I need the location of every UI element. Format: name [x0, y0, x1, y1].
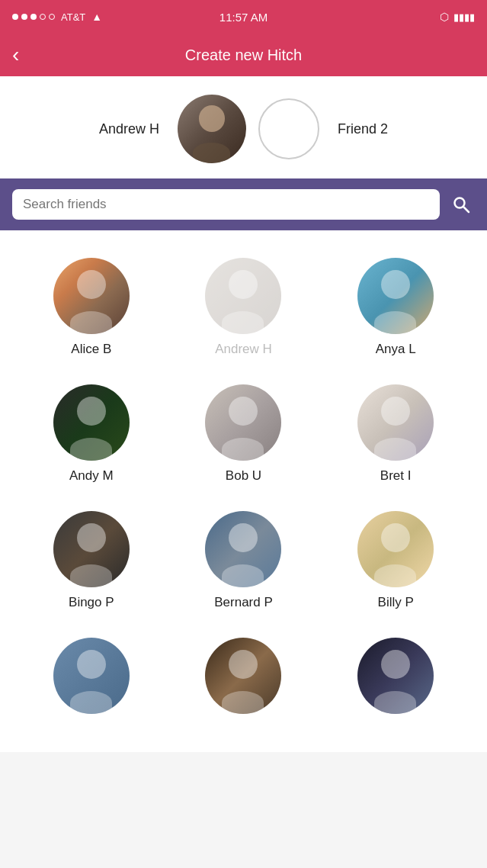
friend-item[interactable]: Andy M [15, 372, 168, 499]
face-body [222, 438, 264, 461]
status-left: AT&T ▲ [12, 11, 102, 23]
friend-item[interactable]: Anya L [319, 246, 472, 372]
friend-avatar [357, 384, 434, 461]
face-head [77, 397, 106, 426]
face-body [374, 564, 416, 587]
face-body [374, 311, 416, 334]
signal-dot-2 [21, 14, 27, 20]
signal-dot-1 [12, 14, 18, 20]
friend-item[interactable]: Bernard P [168, 499, 320, 625]
friend-item[interactable] [168, 625, 320, 737]
face-head [77, 650, 106, 679]
user1-face [178, 95, 246, 163]
face-head [229, 523, 258, 552]
friend-name: Bret I [380, 468, 412, 484]
friend-avatar [205, 258, 281, 334]
face-body [222, 691, 264, 714]
signal-dot-4 [40, 14, 46, 20]
face-body [222, 311, 264, 334]
status-time: 11:57 AM [219, 11, 268, 24]
bluetooth-icon: ⬡ [440, 11, 449, 23]
search-input[interactable] [23, 197, 429, 212]
friend-name: Bingo P [69, 595, 114, 610]
signal-dot-3 [30, 14, 37, 20]
friend-name: Andy M [69, 468, 114, 484]
face-head [381, 650, 410, 679]
friend-name: Billy P [378, 595, 414, 610]
friend-avatar [205, 384, 281, 461]
search-section [0, 178, 487, 230]
face-head [229, 650, 258, 679]
face-body [70, 438, 112, 461]
face-body [70, 691, 112, 714]
face-body [70, 564, 112, 587]
face-body [374, 438, 416, 461]
face-head [229, 270, 258, 299]
face-head [381, 270, 410, 299]
friend-name: Bernard P [214, 595, 273, 610]
search-icon [452, 195, 470, 214]
friends-grid: Alice BAndrew HAnya LAndy MBob UBret IBi… [0, 230, 487, 752]
friend-item[interactable]: Bret I [319, 372, 472, 499]
friend-item[interactable]: Billy P [319, 499, 472, 625]
friend-avatar [53, 511, 130, 587]
friend-avatar [53, 638, 130, 714]
wifi-icon: ▲ [91, 11, 102, 23]
carrier-label: AT&T [61, 11, 85, 23]
user-selection-area: Andrew H Friend 2 [0, 76, 487, 178]
friend-name: Anya L [376, 342, 416, 357]
face-head [381, 523, 410, 552]
friend-avatar [357, 511, 434, 587]
friend-avatar [53, 384, 130, 461]
user2-avatar-slot[interactable] [258, 98, 319, 159]
friend-avatar [205, 638, 281, 714]
user1-avatar[interactable] [178, 95, 246, 163]
friend-name: Alice B [71, 342, 111, 357]
face-body [222, 564, 264, 587]
face-head [77, 523, 106, 552]
user2-label: Friend 2 [338, 121, 388, 137]
friend-item[interactable]: Alice B [15, 246, 168, 372]
friend-avatar [205, 511, 281, 587]
face-body [70, 311, 112, 334]
face-head [199, 105, 225, 131]
back-button[interactable]: ‹ [12, 43, 19, 67]
back-icon: ‹ [12, 43, 19, 67]
friend-item[interactable]: Andrew H [168, 246, 320, 372]
search-button[interactable] [447, 191, 475, 218]
friend-item[interactable]: Bingo P [15, 499, 168, 625]
face-head [229, 397, 258, 426]
friend-name: Andrew H [215, 342, 272, 357]
status-bar: AT&T ▲ 11:57 AM ⬡ ▮▮▮▮ [0, 0, 487, 34]
friend-item[interactable] [319, 625, 472, 737]
avatar-container [178, 95, 319, 163]
user1-label: Andrew H [99, 121, 159, 137]
battery-icon: ▮▮▮▮ [453, 11, 475, 23]
face-body [374, 691, 416, 714]
face-body [193, 143, 231, 163]
friend-avatar [53, 258, 130, 334]
search-input-wrapper[interactable] [12, 189, 440, 220]
nav-title: Create new Hitch [185, 47, 302, 64]
svg-line-1 [464, 207, 469, 213]
status-right: ⬡ ▮▮▮▮ [440, 11, 475, 23]
face-head [381, 397, 410, 426]
friend-item[interactable] [15, 625, 168, 737]
friend-name: Bob U [226, 468, 261, 484]
friend-avatar [357, 638, 434, 714]
face-head [77, 270, 106, 299]
nav-bar: ‹ Create new Hitch [0, 34, 487, 76]
signal-dot-5 [49, 14, 55, 20]
svg-point-0 [455, 198, 465, 208]
friend-avatar [357, 258, 434, 334]
friend-item[interactable]: Bob U [168, 372, 320, 499]
